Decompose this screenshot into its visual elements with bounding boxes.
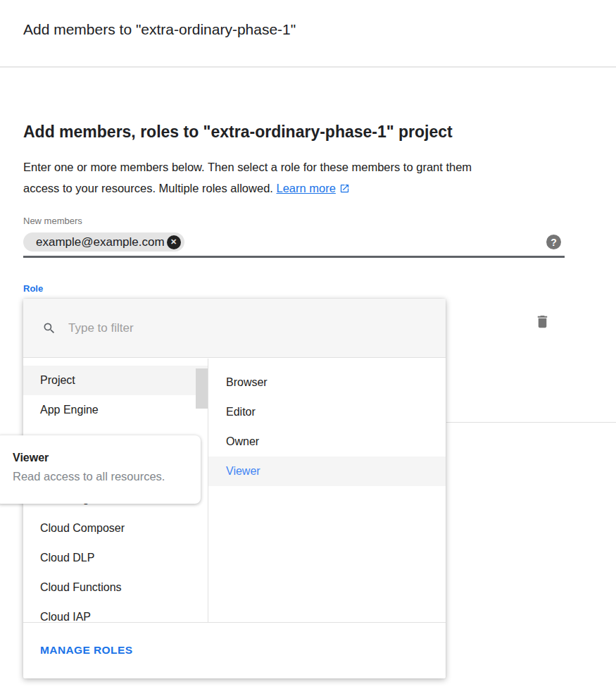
help-icon[interactable]: ?	[546, 235, 561, 249]
scrollbar-thumb[interactable]	[196, 368, 208, 409]
category-row[interactable]: Project	[23, 366, 208, 395]
role-row[interactable]: Viewer	[208, 457, 446, 486]
trash-icon	[534, 314, 551, 330]
dialog-title: Add members to "extra-ordinary-phase-1"	[23, 21, 296, 38]
description-line-1: Enter one or more members below. Then se…	[23, 161, 472, 173]
delete-role-row-button[interactable]	[531, 310, 553, 333]
role-row[interactable]: Editor	[208, 397, 446, 427]
add-members-dialog: Add members to "extra-ordinary-phase-1" …	[0, 0, 616, 689]
tooltip-title: Viewer	[13, 452, 201, 464]
role-tooltip: Viewer Read access to all resources.	[0, 435, 201, 504]
remove-member-icon[interactable]: ✕	[167, 235, 181, 249]
member-chip[interactable]: example@example.com ✕	[23, 232, 184, 252]
filter-bar	[23, 299, 446, 358]
category-row[interactable]: Cloud IAP	[23, 602, 208, 622]
new-members-label: New members	[23, 216, 82, 226]
role-list: Browser Editor Owner Viewer	[208, 359, 446, 622]
category-row[interactable]: Cloud DLP	[23, 543, 208, 573]
header-divider	[0, 66, 616, 68]
category-row[interactable]: App Engine	[23, 395, 208, 425]
open-in-new-icon	[339, 183, 350, 194]
role-row[interactable]: Browser	[208, 368, 446, 397]
tooltip-description: Read access to all resources.	[13, 470, 201, 483]
picker-footer: MANAGE ROLES	[23, 622, 446, 678]
content-divider	[446, 422, 616, 423]
filter-search-input[interactable]	[68, 321, 385, 335]
description-line-2: access to your resources. Multiple roles…	[23, 182, 273, 194]
role-row[interactable]: Owner	[208, 427, 446, 457]
category-row[interactable]: Cloud Functions	[23, 573, 208, 602]
description: Enter one or more members below. Then se…	[23, 156, 586, 199]
role-label: Role	[23, 283, 43, 294]
learn-more-link[interactable]: Learn more	[277, 182, 336, 194]
manage-roles-button[interactable]: MANAGE ROLES	[40, 644, 132, 657]
member-chip-label: example@example.com	[36, 235, 165, 249]
category-row[interactable]: Cloud Composer	[23, 514, 208, 543]
page-title: Add members, roles to "extra-ordinary-ph…	[23, 123, 453, 142]
member-input-underline	[23, 256, 565, 258]
search-icon	[42, 321, 56, 335]
